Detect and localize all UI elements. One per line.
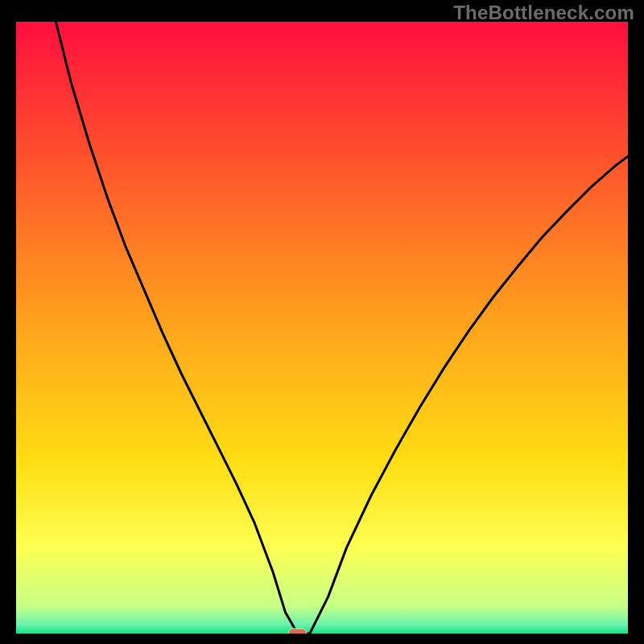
optimum-marker (288, 629, 307, 634)
watermark-text: TheBottleneck.com (453, 2, 634, 24)
chart-frame: TheBottleneck.com (0, 0, 644, 644)
bottleneck-chart (16, 22, 628, 634)
gradient-background (16, 22, 628, 634)
